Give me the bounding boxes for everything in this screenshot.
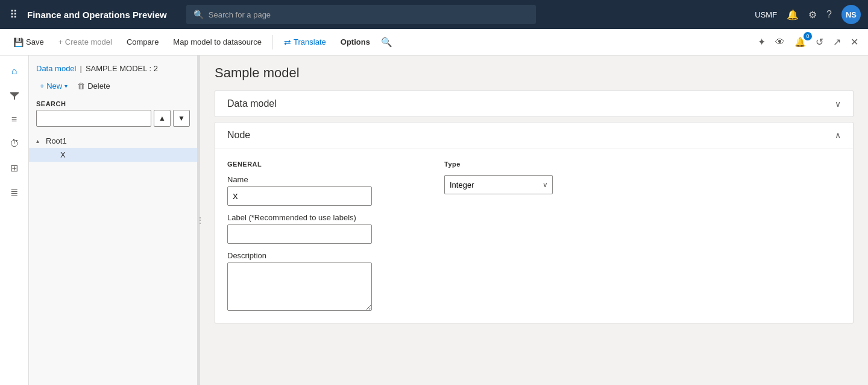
- save-button[interactable]: 💾 Save: [7, 35, 50, 49]
- save-icon: 💾: [13, 37, 24, 47]
- translate-button[interactable]: ⇄ Translate: [278, 35, 332, 49]
- notification-icon[interactable]: 🔔: [787, 9, 799, 21]
- top-nav: ⠿ Finance and Operations Preview 🔍 USMF …: [0, 0, 868, 29]
- node-chevron: ∧: [835, 130, 841, 140]
- sidebar-home-icon[interactable]: ⌂: [4, 60, 25, 82]
- user-avatar[interactable]: NS: [841, 5, 861, 24]
- toolbar: 💾 Save + Create model Compare Map model …: [0, 29, 868, 56]
- map-model-button[interactable]: Map model to datasource: [167, 35, 268, 49]
- tree-collapse-icon[interactable]: ▴: [36, 138, 43, 144]
- sidebar-recent-icon[interactable]: ⏱: [4, 133, 25, 154]
- breadcrumb: Data model | SAMPLE MODEL : 2: [29, 60, 197, 77]
- type-select[interactable]: Integer String Boolean Date DateTime Rea…: [444, 175, 553, 194]
- node-title: Node: [227, 130, 250, 141]
- page-title: Sample model: [215, 65, 854, 81]
- resize-handle[interactable]: [198, 56, 200, 385]
- actions-bar: + New ▾ 🗑 Delete: [29, 77, 197, 98]
- general-group: GENERAL Name Label (*Recommended to use …: [227, 161, 408, 311]
- search-icon: 🔍: [193, 10, 204, 19]
- name-input[interactable]: [227, 186, 372, 206]
- name-label: Name: [227, 175, 408, 184]
- tree-root-node[interactable]: ▴ Root1: [29, 134, 197, 148]
- main-layout: ⌂ ≡ ⏱ ⊞ ≣ Data model | SAMPLE MODEL : 2 …: [0, 56, 868, 385]
- grid-icon[interactable]: ⠿: [7, 5, 20, 24]
- breadcrumb-separator: |: [80, 64, 81, 73]
- translate-icon: ⇄: [284, 37, 291, 47]
- main-content: Sample model Data model ∨ Node ∧ GENERAL: [200, 56, 868, 385]
- tree-search-input[interactable]: [36, 110, 151, 127]
- label-field-label: Label (*Recommended to use labels): [227, 213, 408, 222]
- top-nav-right: USMF 🔔 ⚙ ? NS: [755, 5, 861, 24]
- data-model-title: Data model: [227, 98, 277, 109]
- left-sidebar: ⌂ ≡ ⏱ ⊞ ≣: [0, 56, 29, 385]
- data-model-chevron: ∨: [835, 99, 841, 109]
- node-section-body: GENERAL Name Label (*Recommended to use …: [215, 148, 853, 323]
- notification-toolbar-icon[interactable]: 🔔 0: [792, 34, 808, 50]
- sidebar-list-icon[interactable]: ≣: [4, 181, 25, 203]
- search-label: SEARCH: [29, 98, 197, 110]
- options-button[interactable]: Options: [335, 35, 376, 49]
- toolbar-right: ✦ 👁 🔔 0 ↺ ↗ ✕: [755, 34, 861, 50]
- type-group: Type Integer String Boolean Date DateTim…: [444, 161, 565, 194]
- tree-container: ▴ Root1 X: [29, 132, 197, 380]
- notification-badge: 0: [804, 32, 812, 40]
- search-up-button[interactable]: ▲: [154, 110, 171, 127]
- data-model-section: Data model ∨: [215, 91, 854, 117]
- settings-icon[interactable]: ⚙: [808, 9, 817, 21]
- sparkle-icon[interactable]: ✦: [755, 34, 768, 50]
- breadcrumb-current: SAMPLE MODEL : 2: [86, 64, 158, 73]
- open-new-icon[interactable]: ↗: [831, 34, 843, 50]
- description-input[interactable]: [227, 262, 372, 311]
- left-panel: Data model | SAMPLE MODEL : 2 + New ▾ 🗑 …: [29, 56, 198, 385]
- search-area: ▲ ▼: [29, 110, 197, 132]
- usmf-label[interactable]: USMF: [755, 10, 777, 19]
- node-section-header[interactable]: Node ∧: [215, 122, 853, 148]
- app-title: Finance and Operations Preview: [27, 10, 167, 20]
- sidebar-menu-icon[interactable]: ≡: [4, 109, 25, 130]
- search-down-button[interactable]: ▼: [173, 110, 190, 127]
- delete-button[interactable]: 🗑 Delete: [74, 79, 114, 93]
- close-icon[interactable]: ✕: [848, 34, 861, 50]
- description-label: Description: [227, 251, 408, 260]
- tree-child-label: X: [60, 150, 66, 159]
- search-bar: 🔍: [186, 5, 536, 24]
- data-model-section-header[interactable]: Data model ∨: [215, 91, 853, 116]
- breadcrumb-link[interactable]: Data model: [36, 64, 76, 73]
- compare-button[interactable]: Compare: [121, 35, 165, 49]
- node-section: Node ∧ GENERAL Name Label (*Recommended …: [215, 122, 854, 323]
- search-toolbar-icon[interactable]: 🔍: [381, 37, 392, 48]
- delete-icon: 🗑: [77, 81, 85, 91]
- new-button[interactable]: + New ▾: [36, 79, 71, 93]
- help-icon[interactable]: ?: [826, 9, 832, 20]
- toolbar-separator: [272, 35, 273, 49]
- refresh-icon[interactable]: ↺: [813, 34, 826, 50]
- general-label: GENERAL: [227, 161, 408, 168]
- sidebar-filter-icon[interactable]: [4, 84, 25, 106]
- eye-icon[interactable]: 👁: [773, 34, 787, 50]
- create-model-button[interactable]: + Create model: [52, 35, 118, 49]
- type-select-wrapper: Integer String Boolean Date DateTime Rea…: [444, 175, 553, 194]
- type-label: Type: [444, 161, 565, 168]
- tree-child-node[interactable]: X: [29, 148, 197, 162]
- sidebar-workspace-icon[interactable]: ⊞: [4, 157, 25, 179]
- label-input[interactable]: [227, 224, 372, 244]
- search-input[interactable]: [209, 10, 529, 19]
- tree-root-label: Root1: [46, 136, 67, 145]
- new-chevron: ▾: [64, 83, 68, 89]
